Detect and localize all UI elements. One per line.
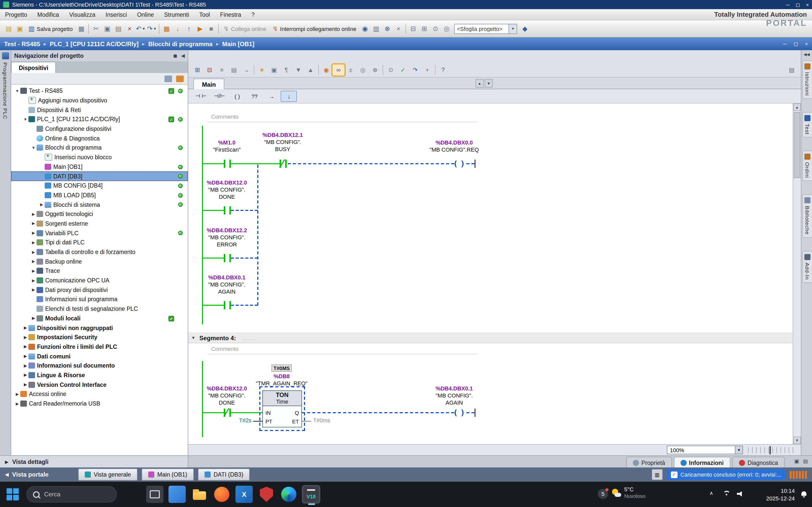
breadcrumb-item[interactable]: PLC_1 [CPU 1211C AC/DC/Rly] [50,40,139,47]
menu-item[interactable]: Visualizza [64,11,100,17]
expand-arrow-icon[interactable]: ▶ [22,382,29,387]
expand-arrow-icon[interactable]: ▶ [31,240,37,245]
operand-name[interactable]: DONE [189,399,265,406]
paste-icon[interactable]: ▤ [113,23,124,34]
weather-widget[interactable]: 5°C Nuvoloso [612,486,645,499]
collapse-all-icon[interactable]: ▲ [305,64,317,75]
operand-name[interactable]: AGAIN [189,288,265,294]
tree-item[interactable]: Online & Diagnostica [11,133,188,143]
editor-scrollbar[interactable]: ▲ ▼ [793,103,801,444]
ton-timer-block[interactable]: TON Time IN PT Q ET [262,390,302,428]
menu-item[interactable]: Tool [194,11,215,17]
expand-arrow-icon[interactable]: ▶ [31,221,37,226]
tree-item[interactable]: MB CONFIG [DB4] [11,181,188,190]
modify-value-icon[interactable]: ± [345,64,357,75]
expand-arrow-icon[interactable]: ▶ [31,259,37,264]
tree-item[interactable]: ▶Blocchi di sistema [11,200,188,209]
update-block-call-icon[interactable]: ↷ [409,64,421,75]
breadcrumb-item[interactable]: Main [OB1] [222,40,255,47]
cut-icon[interactable]: ✂ [90,23,101,34]
expand-arrow-icon[interactable]: ▶ [31,250,37,254]
expand-arrow-icon[interactable]: ▶ [31,288,37,292]
nav-collapse-icon[interactable]: ◀ [181,53,185,58]
tree-item[interactable]: Inserisci nuovo blocco [11,153,188,162]
tab-scroll-down-icon[interactable]: ▼ [485,79,493,88]
panel-close-icon[interactable]: × [805,41,808,47]
tree-item[interactable]: ▶Dati comuni [11,352,188,361]
tree-item[interactable]: ▶Informazioni sul documento [11,361,188,371]
expand-arrow-icon[interactable]: ▶ [14,392,20,396]
tia-portal-app-icon[interactable]: V18 [302,486,320,503]
inspector-maximize-icon[interactable]: ▣ [794,458,799,464]
tree-item[interactable]: ▶Backup online [11,257,188,266]
save-project-button[interactable]: ▥Salva progetto [26,23,75,34]
go-online-button[interactable]: ↯Collega online [220,23,269,34]
collapse-arrow-icon[interactable]: ▼ [14,89,20,93]
operand-address[interactable]: %DB4.DBX12.0 [189,179,265,185]
tray-chevron-icon[interactable]: ∧ [709,490,713,496]
split-horizontal-icon[interactable]: ⊟ [408,23,419,34]
operand-address[interactable]: %DB4.DBX0.1 [416,385,492,391]
coil-icon[interactable]: ) [460,408,465,417]
operand-name[interactable]: "MB CONFIG". [189,281,265,287]
comments-toggle-icon[interactable]: ¶ [280,64,292,75]
undo-icon[interactable]: ↶▼ [135,23,146,34]
empty-box-tool[interactable]: ?? [246,91,263,102]
pt-input-value[interactable]: T#2s [239,417,251,424]
menu-item[interactable]: Modifica [32,11,64,17]
status-message[interactable]: ✓ Caricamento concluso (errori: 0; avvis… [667,469,785,480]
reset-layout-icon[interactable]: ▤ [228,64,240,75]
cross-reference-icon[interactable]: ⊗ [382,23,393,34]
tree-item[interactable]: ▶Sorgenti esterne [11,219,188,228]
task-card-biblioteche[interactable]: Biblioteche [802,194,812,238]
security-app-icon[interactable] [260,487,273,502]
expand-arrow-icon[interactable]: ▶ [22,335,29,339]
open-project-icon[interactable]: ▣ [14,23,26,34]
operand-name[interactable]: BUSY [245,146,321,152]
pin-et-label[interactable]: ET [292,418,299,425]
syntax-check-icon[interactable]: ✓ [397,64,409,75]
inspector-tab-proprietà[interactable]: Proprietà [626,457,672,468]
download-icon[interactable]: ↓ [172,23,183,34]
collapse-segment-icon[interactable]: ▼ [191,336,195,340]
expand-all-icon[interactable]: ▼ [292,64,305,75]
help-icon[interactable]: ? [437,64,449,75]
et-output-value[interactable]: T#0ms [313,417,330,424]
redo-icon[interactable]: ↷▼ [146,23,157,34]
tree-item[interactable]: Informazioni sul programma [11,294,188,304]
project-search-combo[interactable]: <Sfoglia progetto>▼ [454,23,517,34]
mail-app-icon[interactable] [168,486,186,503]
tree-item[interactable]: ▶Comunicazione OPC UA [11,276,188,285]
editor-settings-icon[interactable]: + [421,64,434,75]
menu-item[interactable]: Finestra [215,11,246,17]
delete-network-icon[interactable]: ⊟ [204,64,216,75]
tree-item[interactable]: ▼Blocchi di programma [11,143,188,152]
operand-name[interactable]: "MB CONFIG".REQ [416,147,492,153]
stop-cpu-icon[interactable]: ■ [206,23,217,34]
expand-arrow-icon[interactable]: ▶ [14,401,20,406]
tree-item[interactable]: ▶Tipi di dati PLC [11,238,188,247]
insert-row-icon[interactable]: ≡ [216,64,228,75]
tree-item[interactable]: ▶Card Reader/memoria USB [11,399,188,408]
window-split-icon[interactable]: ▥ [370,23,382,34]
file-explorer-icon[interactable] [191,486,208,503]
compile-icon[interactable]: ▦ [161,23,172,34]
notifications-icon[interactable] [800,490,808,498]
upload-icon[interactable]: ↑ [183,23,194,34]
show-favorites-icon[interactable]: ★ [256,64,268,75]
breadcrumb-item[interactable]: Test - RS485 [4,40,40,47]
edge-browser-icon[interactable] [281,487,296,502]
collapse-arrow-icon[interactable]: ▼ [22,117,29,122]
tree-item[interactable]: MB LOAD [DB5] [11,190,188,200]
expand-arrow-icon[interactable]: ▶ [22,373,29,378]
expand-arrow-icon[interactable]: ▶ [39,202,45,207]
panel-minimize-icon[interactable]: ─ [783,41,786,47]
tree-item[interactable]: ▶Tabella di controllo e di forzamento [11,247,188,257]
minimize-icon[interactable]: ─ [786,2,790,7]
operand-address[interactable]: %DB8 [244,373,320,379]
menu-item[interactable]: Online [132,11,159,17]
insert-network-icon[interactable]: ⊞ [191,64,204,75]
coil-tool[interactable]: ( ) [229,91,245,102]
ladder-canvas[interactable]: Commento ( ) %M1.0 "FirstScan" %DB4.DBX1… [188,103,793,444]
catalog-icon[interactable] [176,75,184,82]
